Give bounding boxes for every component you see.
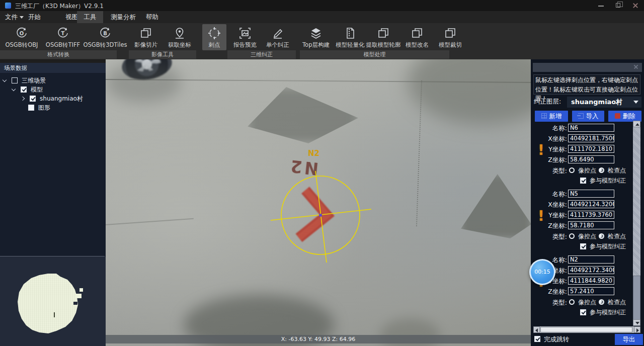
radio-check-point[interactable] [599, 167, 604, 173]
add-icon [541, 113, 547, 119]
tool-top-layer-build[interactable]: Top层构建 [298, 24, 334, 49]
tree-item-model[interactable]: 模型 [12, 85, 43, 94]
close-button[interactable] [627, 0, 644, 11]
radio-check-point[interactable] [599, 299, 604, 305]
scroll-left-button[interactable] [533, 326, 540, 333]
tool-model-rename[interactable]: 模型改名 [401, 24, 433, 49]
y-input[interactable]: 4111844.9820 [568, 277, 614, 285]
prick-point-panel: 鼠标左键选择刺点位置，右键确定刺点位置！鼠标左键双击可直接确定刺点位置！ 纠正图… [531, 59, 644, 346]
z-label: Z坐标: [548, 155, 567, 164]
checkbox-shuangmiao[interactable] [30, 96, 36, 102]
type-label: 类型: [552, 298, 567, 307]
ribbon-group-image-tools: 影像工具 [129, 50, 196, 59]
y-input[interactable]: 4111739.3760 [568, 211, 614, 219]
tree-label: 三维场景 [22, 77, 46, 84]
tool-prick-point[interactable]: 刺点 [202, 24, 226, 50]
finish-jump-label: 完成跳转 [544, 335, 569, 344]
delete-icon [615, 113, 620, 119]
panel-close-button[interactable] [633, 64, 639, 70]
z-input[interactable]: 58.6490 [568, 155, 614, 163]
name-input[interactable]: N2 [568, 255, 614, 264]
y-label: Y坐标: [548, 211, 567, 219]
tool-label: 获取坐标 [163, 41, 196, 49]
participate-checkbox[interactable] [580, 178, 586, 184]
tool-osgb-to-obj[interactable]: O OSGB转OBJ [2, 24, 42, 49]
arrow-down-icon [635, 322, 639, 324]
menu-help[interactable]: 帮助 [142, 11, 163, 23]
window-title: 三维工厂（K3D Maker）V2.9.1 [15, 2, 104, 11]
convert-tiff-icon: T [56, 26, 70, 40]
radio-image-control-point[interactable] [569, 167, 575, 173]
radio-label: 检查点 [608, 298, 626, 307]
export-button[interactable]: 导出 [615, 334, 643, 345]
correct-layer-row: 纠正图层: shuangmiao村 [534, 98, 640, 108]
scroll-right-button[interactable] [634, 326, 640, 333]
tool-osgb-to-3dtiles[interactable]: B OSGB转3DTiles [82, 24, 129, 49]
horizontal-scrollbar[interactable] [533, 326, 640, 333]
menu-tools[interactable]: 工具 [77, 11, 103, 23]
name-input[interactable]: N6 [568, 124, 614, 132]
z-input[interactable]: 57.2410 [568, 287, 614, 295]
chevron-down-icon[interactable] [12, 87, 16, 91]
participate-label: 参与模型纠正 [590, 308, 626, 317]
checkbox-3d-scene[interactable] [12, 77, 18, 83]
tool-label: OSGB转OBJ [2, 41, 42, 49]
participate-checkbox[interactable] [580, 243, 586, 249]
layer-select[interactable]: shuangmiao村 [567, 97, 641, 108]
tool-model-clip[interactable]: 模型裁切 [435, 24, 466, 49]
image-viewport[interactable]: N2 N2 X: -63.63 Y: 49.93 Z: 64.96 [106, 59, 531, 346]
panel-title-bar[interactable] [533, 63, 642, 72]
import-button[interactable]: 导入 [572, 111, 604, 122]
x-input[interactable]: 40492181.7500 [568, 134, 614, 142]
tree-item-graphics[interactable]: 图形 [28, 103, 50, 112]
maximize-button[interactable] [610, 0, 627, 11]
tree-label: shuangmiao村 [40, 95, 83, 102]
control-point-block: ! 名称:N5 X坐标:40492124.3200 Y坐标:4111739.37… [531, 190, 631, 253]
participate-checkbox[interactable] [580, 309, 586, 315]
radio-check-point[interactable] [599, 233, 604, 239]
app-logo-icon [5, 3, 11, 9]
horizontal-scrollbar-thumb[interactable] [540, 327, 632, 332]
arrow-right-icon [636, 328, 639, 332]
scroll-up-button[interactable] [633, 121, 640, 127]
x-input[interactable]: 40492124.3200 [568, 200, 614, 208]
checkbox-graphics[interactable] [28, 105, 34, 111]
chevron-right-icon[interactable] [21, 97, 25, 101]
minimize-button[interactable] [593, 0, 610, 11]
tool-report-preview[interactable]: 报告预览 [229, 24, 261, 49]
layers-squares-icon [443, 26, 457, 40]
prick-point-marker[interactable] [106, 59, 531, 346]
checkbox-model[interactable] [21, 86, 27, 93]
menu-start[interactable]: 开始 [24, 11, 45, 23]
delete-button[interactable]: 删除 [608, 111, 641, 122]
convert-3dtiles-icon: B [98, 26, 112, 40]
name-input[interactable]: N5 [568, 190, 614, 198]
z-input[interactable]: 58.7180 [568, 221, 614, 229]
tool-osgb-to-tiff[interactable]: T OSGB转TIFF [43, 24, 83, 49]
z-label: Z坐标: [548, 287, 567, 296]
name-label: 名称: [552, 124, 567, 132]
scroll-down-button[interactable] [633, 319, 640, 326]
radio-image-control-point[interactable] [569, 233, 575, 239]
tool-image-slice[interactable]: 影像切片 [129, 24, 163, 49]
tool-get-coordinates[interactable]: 获取坐标 [163, 24, 196, 49]
vertical-scrollbar-thumb[interactable] [633, 276, 640, 320]
finish-jump-checkbox[interactable] [534, 336, 540, 342]
model-footprint-minimap[interactable] [0, 256, 106, 346]
svg-text:T: T [61, 31, 65, 36]
tool-extract-outline[interactable]: 提取模型轮廓 [362, 24, 405, 49]
add-button[interactable]: 新增 [535, 111, 568, 122]
tree-item-3d-scene[interactable]: 三维场景 [3, 76, 46, 85]
pencil-icon [271, 26, 285, 40]
menu-measure-analysis[interactable]: 测量分析 [107, 11, 140, 23]
tool-label: 模型改名 [401, 41, 433, 49]
layers-squares-icon [376, 26, 390, 40]
tool-single-correct[interactable]: 单个纠正 [262, 24, 293, 49]
tree-item-shuangmiao[interactable]: shuangmiao村 [21, 94, 83, 103]
x-label: X坐标: [548, 134, 567, 143]
x-input[interactable]: 40492172.3400 [568, 266, 614, 274]
tool-label: 报告预览 [229, 41, 261, 49]
y-input[interactable]: 4111702.1810 [568, 145, 614, 153]
radio-image-control-point[interactable] [569, 299, 575, 305]
chevron-down-icon[interactable] [3, 78, 7, 82]
